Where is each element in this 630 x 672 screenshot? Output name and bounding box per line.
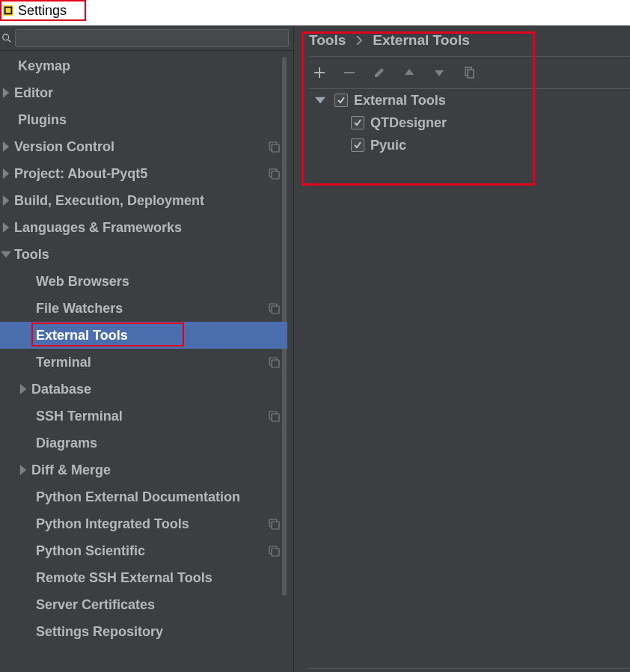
sidebar-item-label: External Tools bbox=[36, 328, 128, 343]
search-icon bbox=[1, 33, 12, 43]
sidebar-item-label: Version Control bbox=[14, 139, 114, 155]
sidebar-item-file-watchers[interactable]: File Watchers bbox=[0, 295, 287, 322]
svg-rect-8 bbox=[272, 171, 279, 179]
tool-row-pyuic[interactable]: Pyuic bbox=[309, 134, 630, 156]
sidebar-item-tools[interactable]: Tools bbox=[0, 241, 287, 268]
svg-point-3 bbox=[3, 34, 9, 40]
group-checkbox[interactable] bbox=[334, 94, 348, 107]
svg-rect-18 bbox=[272, 549, 279, 556]
sidebar-item-external-tools[interactable]: External Tools bbox=[0, 322, 287, 349]
chevron-right-icon bbox=[356, 36, 362, 45]
search-row bbox=[0, 25, 293, 51]
sidebar-item-diff-merge[interactable]: Diff & Merge bbox=[0, 456, 287, 483]
svg-rect-21 bbox=[344, 72, 355, 73]
sidebar-item-label: Python Integrated Tools bbox=[36, 516, 189, 532]
sidebar-item-label: Tools bbox=[14, 247, 49, 263]
sidebar-item-label: Terminal bbox=[36, 355, 91, 370]
project-scope-icon bbox=[268, 168, 280, 180]
main-container: Keymap Editor Plugins Version Control Pr… bbox=[0, 25, 630, 672]
sidebar-item-python-integrated-tools[interactable]: Python Integrated Tools bbox=[0, 510, 287, 537]
tool-checkbox[interactable] bbox=[351, 138, 364, 152]
external-tools-tree: External Tools QTDesigner Pyuic bbox=[309, 89, 630, 156]
tool-checkbox[interactable] bbox=[351, 116, 364, 129]
sidebar-item-build-execution-deployment[interactable]: Build, Execution, Deployment bbox=[0, 187, 287, 214]
project-scope-icon bbox=[268, 410, 280, 422]
sidebar-item-python-scientific[interactable]: Python Scientific bbox=[0, 537, 287, 564]
remove-button[interactable] bbox=[343, 67, 355, 79]
project-scope-icon bbox=[268, 356, 280, 368]
sidebar-item-label: Editor bbox=[14, 85, 53, 101]
sidebar-item-database[interactable]: Database bbox=[0, 376, 287, 403]
window-title: Settings bbox=[18, 3, 67, 19]
tool-row-qtdesigner[interactable]: QTDesigner bbox=[309, 112, 630, 134]
sidebar-item-label: Web Browsers bbox=[36, 274, 129, 290]
sidebar-item-label: Server Certificates bbox=[36, 597, 155, 613]
sidebar-item-label: Keymap bbox=[18, 58, 70, 74]
sidebar-item-python-external-documentation[interactable]: Python External Documentation bbox=[0, 483, 287, 510]
svg-rect-6 bbox=[272, 144, 279, 152]
sidebar-item-terminal[interactable]: Terminal bbox=[0, 349, 287, 376]
sidebar-item-label: File Watchers bbox=[36, 301, 123, 317]
sidebar-item-plugins[interactable]: Plugins bbox=[0, 106, 287, 133]
chevron-right-icon bbox=[1, 141, 11, 152]
sidebar-item-label: Python External Documentation bbox=[36, 489, 240, 505]
svg-rect-20 bbox=[314, 72, 325, 73]
sidebar-item-diagrams[interactable]: Diagrams bbox=[0, 430, 287, 456]
sidebar-item-languages-frameworks[interactable]: Languages & Frameworks bbox=[0, 214, 287, 241]
sidebar-item-label: Plugins bbox=[18, 112, 67, 128]
sidebar-item-label: Python Scientific bbox=[36, 543, 145, 559]
chevron-right-icon bbox=[18, 465, 28, 475]
sidebar-item-keymap[interactable]: Keymap bbox=[0, 52, 287, 79]
edit-button[interactable] bbox=[373, 67, 385, 79]
sidebar-item-ssh-terminal[interactable]: SSH Terminal bbox=[0, 403, 287, 430]
sidebar-item-label: Settings Repository bbox=[36, 624, 163, 640]
svg-rect-2 bbox=[6, 8, 11, 13]
breadcrumb-root[interactable]: Tools bbox=[309, 32, 346, 49]
divider bbox=[308, 668, 630, 669]
project-scope-icon bbox=[268, 302, 280, 314]
sidebar-item-remote-ssh-external-tools[interactable]: Remote SSH External Tools bbox=[0, 564, 287, 591]
sidebar-item-settings-repository[interactable]: Settings Repository bbox=[0, 618, 287, 645]
sidebar-item-web-browsers[interactable]: Web Browsers bbox=[0, 268, 287, 295]
move-down-button[interactable] bbox=[433, 67, 445, 79]
svg-line-4 bbox=[8, 40, 10, 42]
tool-group-row[interactable]: External Tools bbox=[309, 89, 630, 112]
sidebar-item-project[interactable]: Project: About-Pyqt5 bbox=[0, 160, 287, 187]
sidebar-item-label: SSH Terminal bbox=[36, 409, 123, 424]
project-scope-icon bbox=[268, 141, 280, 153]
sidebar-item-label: Project: About-Pyqt5 bbox=[14, 166, 147, 182]
sidebar-item-version-control[interactable]: Version Control bbox=[0, 133, 287, 160]
window-title-wrap: Settings bbox=[0, 0, 86, 21]
chevron-right-icon bbox=[18, 384, 28, 394]
sidebar-item-label: Remote SSH External Tools bbox=[36, 570, 212, 586]
settings-window-icon bbox=[3, 5, 13, 16]
sidebar-item-editor[interactable]: Editor bbox=[0, 79, 287, 106]
sidebar-item-label: Database bbox=[31, 382, 91, 397]
project-scope-icon bbox=[268, 518, 280, 530]
sidebar-item-label: Diff & Merge bbox=[31, 462, 111, 478]
chevron-right-icon bbox=[1, 195, 11, 206]
chevron-down-icon bbox=[1, 249, 11, 260]
svg-rect-23 bbox=[468, 70, 474, 78]
chevron-down-icon bbox=[315, 95, 325, 106]
sidebar-item-server-certificates[interactable]: Server Certificates bbox=[0, 591, 287, 618]
tool-group-label: External Tools bbox=[354, 93, 446, 109]
sidebar-item-label: Languages & Frameworks bbox=[14, 220, 182, 236]
copy-button[interactable] bbox=[463, 67, 475, 79]
chevron-right-icon bbox=[1, 222, 11, 233]
chevron-right-icon bbox=[1, 88, 11, 98]
external-tools-toolbar bbox=[309, 57, 630, 88]
sidebar-item-label: Diagrams bbox=[36, 436, 97, 451]
breadcrumb-leaf: External Tools bbox=[373, 32, 470, 49]
svg-rect-12 bbox=[272, 360, 279, 367]
tool-label: Pyuic bbox=[370, 138, 406, 153]
move-up-button[interactable] bbox=[403, 67, 415, 79]
breadcrumb: Tools External Tools bbox=[294, 25, 630, 55]
search-input[interactable] bbox=[15, 29, 289, 47]
title-bar: Settings bbox=[0, 0, 630, 25]
svg-rect-14 bbox=[272, 414, 279, 421]
add-button[interactable] bbox=[314, 67, 325, 79]
settings-content: Tools External Tools bbox=[294, 25, 630, 672]
svg-rect-16 bbox=[272, 522, 279, 529]
settings-sidebar: Keymap Editor Plugins Version Control Pr… bbox=[0, 25, 294, 672]
